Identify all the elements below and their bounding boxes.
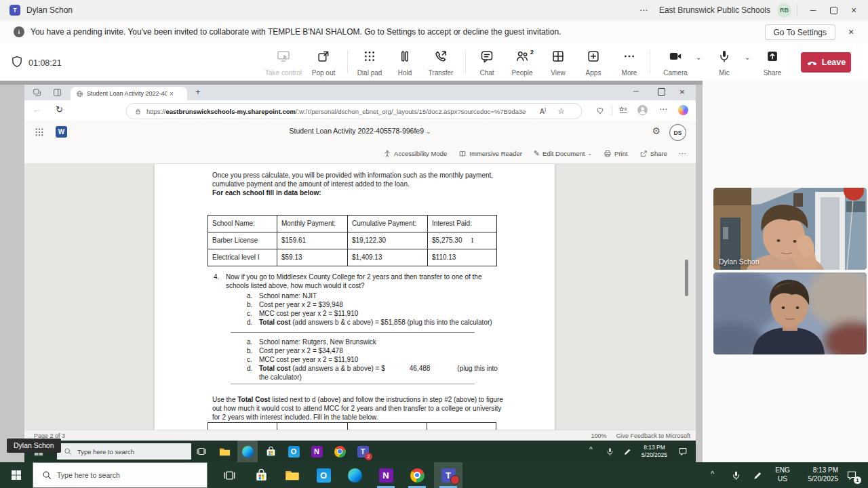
meeting-stage: Student Loan Activity 2022-40557 × + ─ ×… <box>0 81 868 462</box>
org-avatar[interactable]: RB <box>777 3 791 18</box>
tab-actions-icon[interactable] <box>53 88 62 97</box>
onenote-icon[interactable]: N <box>372 462 400 488</box>
browser-tab[interactable]: Student Loan Activity 2022-40557 × <box>71 87 187 100</box>
immersive-reader-button[interactable]: Immersive Reader <box>458 150 522 158</box>
browser-more-icon[interactable]: ⋯ <box>659 104 667 114</box>
settings-gear-icon[interactable]: ⚙ <box>652 125 660 136</box>
mic-options-chevron-icon[interactable]: ⌄ <box>745 54 750 61</box>
back-icon[interactable]: ← <box>33 104 41 115</box>
close-button[interactable]: × <box>844 0 864 20</box>
feedback-link[interactable]: Give Feedback to Microsoft <box>616 432 690 439</box>
view-button[interactable]: View <box>539 49 577 77</box>
shared-teams-icon[interactable]: T 2 <box>353 441 373 462</box>
shared-task-view-icon[interactable] <box>191 441 212 462</box>
people-icon <box>515 49 529 63</box>
file-explorer-icon[interactable] <box>278 462 307 488</box>
tray-mic-icon[interactable] <box>727 462 745 488</box>
url-bar[interactable]: https://eastbrunswickschools-my.sharepoi… <box>126 103 582 119</box>
browser-essentials-icon[interactable] <box>595 106 605 115</box>
tray-chevron-icon[interactable]: ^ <box>711 470 714 478</box>
search-icon <box>42 470 52 480</box>
go-to-settings-button[interactable]: Go To Settings <box>765 24 836 40</box>
shared-tray-pen-icon[interactable] <box>620 441 635 462</box>
browser-close-icon[interactable]: × <box>679 87 685 97</box>
taskbar-search-box[interactable]: Type here to search <box>33 462 208 488</box>
chrome-icon[interactable] <box>403 462 431 488</box>
maximize-button[interactable] <box>823 0 844 20</box>
zoom-level[interactable]: 100% <box>591 432 606 439</box>
participant-video-2[interactable] <box>713 272 867 354</box>
shared-search-box[interactable]: Type here to search <box>57 443 191 460</box>
addressbar-divider <box>612 106 612 115</box>
shared-tray-mic-icon[interactable] <box>602 441 617 462</box>
shared-tray-chevron-icon[interactable]: ^ <box>589 446 593 453</box>
print-button[interactable]: Print <box>604 150 628 158</box>
shared-onenote-icon[interactable]: N <box>307 441 327 462</box>
transfer-button[interactable]: Transfer <box>422 49 460 77</box>
view-icon <box>551 49 565 63</box>
shared-store-icon[interactable] <box>260 441 281 462</box>
workspaces-icon[interactable] <box>33 88 41 97</box>
transfer-icon <box>434 49 448 63</box>
store-icon[interactable] <box>247 462 275 488</box>
rutgers-line-c: c.MCC cost per year x 2 = $11,910 <box>247 355 358 364</box>
action-center-icon[interactable]: 1 <box>841 462 863 488</box>
browser-minimize-icon[interactable]: ─ <box>633 87 639 95</box>
taskbar-clock[interactable]: 8:13 PM 5/20/2025 <box>799 466 838 483</box>
document-page: Once you press calculate, you will be pr… <box>155 164 555 430</box>
leave-button[interactable]: Leave <box>801 52 851 73</box>
people-button[interactable]: 2 People <box>503 49 541 77</box>
invite-banner: i You have a pending invite. You've been… <box>0 20 868 44</box>
favorite-star-icon[interactable]: ☆ <box>557 106 565 116</box>
call-timer: 01:08:21 <box>28 58 62 68</box>
new-tab-button[interactable]: + <box>195 87 201 97</box>
hold-button[interactable]: Hold <box>386 49 424 77</box>
profile-avatar-icon[interactable] <box>637 105 648 115</box>
word-more-icon[interactable]: ⋯ <box>679 149 686 158</box>
outlook-icon[interactable]: O <box>309 462 338 488</box>
org-name[interactable]: East Brunswick Public Schools <box>659 5 770 15</box>
doc-title-chevron-icon[interactable]: ⌄ <box>426 128 431 135</box>
dial-pad-button[interactable]: Dial pad <box>351 49 389 77</box>
edit-document-button[interactable]: ✎ Edit Document ⌄ <box>534 149 592 158</box>
take-control-button[interactable]: Take control <box>264 49 302 77</box>
shared-outlook-icon[interactable]: O <box>283 441 304 462</box>
page-indicator[interactable]: Page 2 of 3 <box>34 432 65 439</box>
shared-chrome-icon[interactable] <box>330 441 350 462</box>
favorites-bar-icon[interactable] <box>618 106 628 115</box>
camera-options-chevron-icon[interactable]: ⌄ <box>696 54 701 61</box>
shared-file-explorer-icon[interactable] <box>214 441 235 462</box>
chat-button[interactable]: Chat <box>468 49 506 77</box>
copilot-icon[interactable] <box>678 105 688 115</box>
teams-icon[interactable]: T <box>434 462 462 488</box>
browser-restore-icon[interactable] <box>658 88 665 96</box>
shared-clock[interactable]: 8:13 PM 5/20/2025 <box>636 444 673 458</box>
mic-button[interactable]: Mic <box>705 49 743 77</box>
account-avatar[interactable]: DS <box>669 124 686 141</box>
titlebar-more-icon[interactable]: ⋯ <box>633 0 654 20</box>
lock-icon[interactable] <box>134 108 142 115</box>
edge-icon[interactable] <box>340 462 369 488</box>
refresh-icon[interactable]: ↻ <box>56 104 63 115</box>
pop-out-button[interactable]: Pop out <box>304 49 342 77</box>
start-button[interactable] <box>0 462 33 488</box>
shared-edge-icon[interactable] <box>237 441 258 462</box>
shared-action-center-icon[interactable] <box>674 441 692 462</box>
banner-close-icon[interactable]: × <box>841 22 861 42</box>
participant-video-dylan[interactable]: Dylan Schon <box>713 188 867 270</box>
share-button[interactable]: Share <box>753 49 791 77</box>
tray-pen-icon[interactable] <box>749 462 766 488</box>
more-button[interactable]: More <box>610 49 648 77</box>
task-view-button[interactable] <box>216 462 243 488</box>
camera-button[interactable]: Camera <box>656 49 694 77</box>
tab-close-icon[interactable]: × <box>170 90 174 98</box>
read-aloud-icon[interactable]: A) <box>540 107 546 115</box>
partial-table <box>208 422 496 430</box>
accessibility-mode-button[interactable]: Accessibility Mode <box>383 150 447 158</box>
apps-button[interactable]: Apps <box>574 49 612 77</box>
language-indicator[interactable]: ENG US <box>770 466 795 483</box>
share-document-button[interactable]: Share <box>639 150 667 158</box>
doc-title[interactable]: Student Loan Activity 2022-405578-996fe9 <box>290 127 425 135</box>
document-scrollbar[interactable] <box>685 260 688 296</box>
minimize-button[interactable]: ─ <box>803 0 823 20</box>
